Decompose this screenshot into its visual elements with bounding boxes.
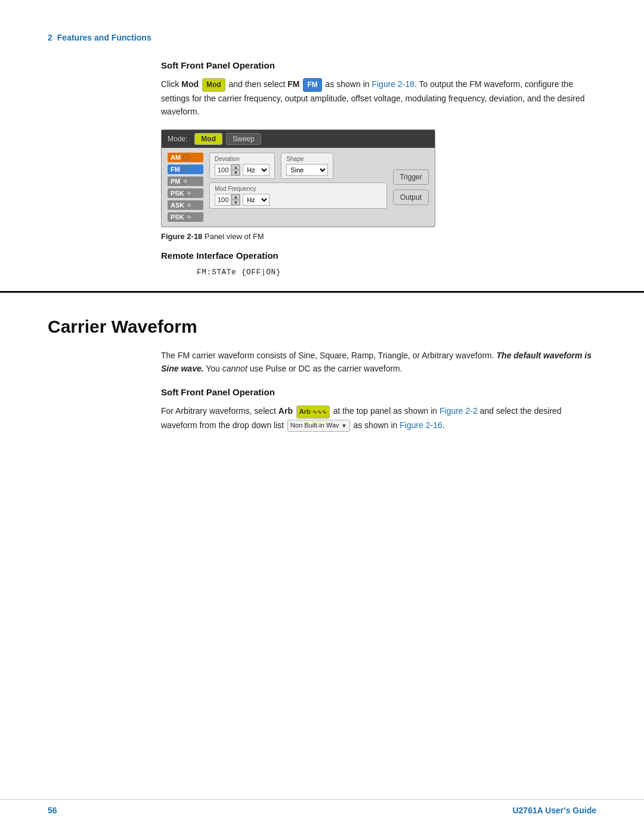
deviation-value[interactable]: 100 [215, 166, 231, 174]
deviation-input-container: 100 ▲ ▼ [215, 164, 240, 176]
mode-label: Mode: [168, 135, 187, 143]
psk-label: PSK [171, 190, 184, 197]
section3-para1: For Arbitrary waveforms, select [161, 406, 278, 416]
carrier-waveform-section: Carrier Waveform [0, 291, 644, 337]
mod-freq-spin-up[interactable]: ▲ [231, 194, 240, 200]
figure-18-caption: Figure 2-18 Panel view of FM [161, 232, 596, 241]
section3-para2: at the top panel as shown in [333, 406, 439, 416]
mod-freq-unit-select[interactable]: Hz kHz [243, 194, 270, 206]
panel-screenshot: Mode: Mod Sweep AM FM PM [161, 129, 435, 227]
am-indicator [182, 154, 188, 160]
deviation-spin-up[interactable]: ▲ [231, 165, 240, 170]
figure-2-16-link[interactable]: Figure 2‑16 [400, 420, 442, 430]
mod-text: Mod [181, 79, 199, 89]
figure-18-link[interactable]: Figure 2‑18 [371, 79, 414, 89]
pm-btn[interactable]: PM [168, 176, 203, 186]
main-content: Soft Front Panel Operation Click Mod Mod… [0, 60, 644, 277]
fm-text: FM [287, 79, 299, 89]
chapter-number: 2 [48, 33, 52, 42]
deviation-label: Deviation [215, 156, 270, 162]
chapter-title: Features and Functions [57, 33, 151, 42]
am-btn[interactable]: AM [168, 153, 203, 162]
page-number: 56 [48, 806, 57, 815]
mod-freq-value[interactable]: 100 [215, 196, 231, 204]
mod-freq-spin-down[interactable]: ▼ [231, 200, 240, 205]
mod-freq-spinbox: ▲ ▼ [231, 194, 240, 205]
page: 2 Features and Functions Soft Front Pane… [0, 0, 644, 833]
dropdown-inline[interactable]: Non Built-in Wav ▼ [287, 420, 349, 432]
doc-title: U2761A User's Guide [512, 806, 596, 815]
psk2-label: PSK [171, 213, 184, 221]
section3-heading: Soft Front Panel Operation [161, 387, 596, 397]
deviation-group: Deviation 100 ▲ ▼ Hz [209, 153, 275, 179]
section3-para4-end: . [442, 420, 445, 430]
section3-para4: as shown in [353, 420, 400, 430]
psk2-btn[interactable]: PSK [168, 212, 203, 222]
figure-18-label: Figure 2-18 [161, 232, 202, 241]
mod-freq-input-container: 100 ▲ ▼ [215, 194, 240, 206]
panel-sweep-btn[interactable]: Sweep [226, 133, 261, 145]
deviation-spinbox: ▲ ▼ [231, 165, 240, 175]
mod-button-inline[interactable]: Mod [202, 78, 225, 92]
ask-label: ASK [171, 202, 184, 209]
page-footer: 56 U2761A User's Guide [0, 799, 644, 815]
arb-btn-inline[interactable]: Arb ∿∿∿ [296, 405, 330, 419]
dropdown-arrow: ▼ [342, 422, 347, 430]
fm-indicator [182, 166, 188, 172]
shape-group: Shape Sine Square Triangle [281, 153, 333, 179]
ask-btn[interactable]: ASK [168, 200, 203, 210]
remote-code: FM:STATe {OFF|ON} [197, 268, 596, 277]
arb-bold: Arb [278, 406, 293, 416]
deviation-input-row: 100 ▲ ▼ Hz kHz [215, 164, 270, 176]
deviation-shape-row: Deviation 100 ▲ ▼ Hz [209, 153, 387, 179]
am-label: AM [171, 154, 181, 161]
psk-indicator [186, 190, 192, 196]
section1-heading: Soft Front Panel Operation [161, 60, 596, 70]
mod-freq-label: Mod Frequency [215, 185, 382, 192]
dropdown-label: Non Built-in Wav [290, 420, 339, 431]
shape-select[interactable]: Sine Square Triangle [286, 164, 328, 176]
mod-freq-group: Mod Frequency 100 ▲ ▼ Hz [209, 182, 387, 209]
section1-paragraph1: Click Mod Mod and then select FM FM as s… [161, 78, 596, 119]
panel-mod-btn[interactable]: Mod [194, 133, 222, 145]
fm-button-inline[interactable]: FM [303, 78, 321, 92]
carrier-content: The FM carrier waveform consists of Sine… [0, 349, 644, 432]
fm-btn[interactable]: FM [168, 165, 203, 174]
mod-type-buttons: AM FM PM PSK [168, 153, 203, 222]
panel-header: Mode: Mod Sweep [162, 130, 435, 148]
shape-input-row: Sine Square Triangle [286, 164, 328, 176]
carrier-text2: You [204, 364, 222, 373]
shape-label: Shape [286, 156, 328, 162]
panel-params: Deviation 100 ▲ ▼ Hz [209, 153, 387, 222]
figure-2-2-link[interactable]: Figure 2-2 [439, 406, 478, 416]
figure-18-text: Panel view of FM [205, 232, 264, 241]
carrier-text3: use Pulse or DC as the carrier waveform. [247, 364, 402, 373]
carrier-waveform-heading: Carrier Waveform [48, 317, 596, 337]
chapter-header: 2 Features and Functions [0, 0, 644, 48]
carrier-cannot: cannot [222, 364, 247, 373]
psk-btn[interactable]: PSK [168, 188, 203, 198]
panel-body: AM FM PM PSK [162, 148, 435, 227]
deviation-unit-select[interactable]: Hz kHz [243, 164, 270, 176]
psk2-indicator [186, 214, 192, 220]
panel-right-buttons: Trigger Output [393, 153, 429, 222]
output-button[interactable]: Output [393, 190, 429, 205]
pm-label: PM [171, 178, 181, 185]
section3-paragraph: For Arbitrary waveforms, select Arb Arb … [161, 404, 596, 431]
fm-label: FM [171, 166, 180, 173]
carrier-body-text: The FM carrier waveform consists of Sine… [161, 349, 596, 376]
trigger-button[interactable]: Trigger [393, 169, 429, 185]
ask-indicator [186, 202, 192, 208]
pm-indicator [182, 178, 188, 184]
deviation-spin-down[interactable]: ▼ [231, 170, 240, 175]
carrier-text1: The FM carrier waveform consists of Sine… [161, 351, 497, 360]
mod-freq-input-row: 100 ▲ ▼ Hz kHz [215, 194, 382, 206]
section2-heading: Remote Interface Operation [161, 250, 596, 261]
